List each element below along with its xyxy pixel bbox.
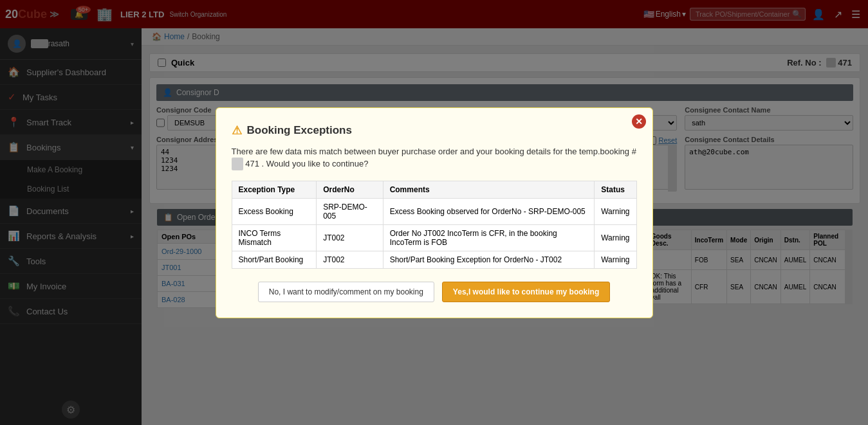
comment-cell: Short/Part Booking Exception for OrderNo… (383, 251, 595, 268)
comment-cell: Order No JT002 IncoTerm is CFR, in the b… (383, 224, 595, 251)
modal-actions: No, I want to modify/comment on my booki… (232, 282, 637, 302)
exception-type-cell: Excess Booking (232, 198, 317, 224)
modal-close-button[interactable]: ✕ (632, 114, 646, 129)
col-exception-type: Exception Type (232, 181, 317, 198)
warning-icon: ⚠ (232, 123, 242, 138)
exception-type-cell: INCO Terms Mismatch (232, 224, 317, 251)
exception-row: INCO Terms Mismatch JT002 Order No JT002… (232, 224, 636, 251)
confirm-booking-button[interactable]: Yes,I would like to continue my booking (442, 282, 610, 302)
col-comments: Comments (383, 181, 595, 198)
booking-exceptions-modal: ✕ ⚠ Booking Exceptions There are few dat… (216, 107, 653, 318)
exceptions-table: Exception Type OrderNo Comments Status E… (232, 181, 637, 269)
cancel-booking-button[interactable]: No, I want to modify/comment on my booki… (258, 282, 434, 302)
status-cell: Warning (595, 224, 636, 251)
status-cell: Warning (595, 198, 636, 224)
order-no-cell: JT002 (317, 251, 383, 268)
exception-row: Short/Part Booking JT002 Short/Part Book… (232, 251, 636, 268)
comment-cell: Excess Booking observed for OrderNo - SR… (383, 198, 595, 224)
status-cell: Warning (595, 251, 636, 268)
col-status: Status (595, 181, 636, 198)
order-no-cell: SRP-DEMO-005 (317, 198, 383, 224)
col-order-no: OrderNo (317, 181, 383, 198)
modal-description: There are few data mis match between buy… (232, 145, 637, 170)
exception-type-cell: Short/Part Booking (232, 251, 317, 268)
order-no-cell: JT002 (317, 224, 383, 251)
modal-title: ⚠ Booking Exceptions (232, 123, 637, 138)
modal-overlay: ✕ ⚠ Booking Exceptions There are few dat… (0, 0, 868, 425)
exception-row: Excess Booking SRP-DEMO-005 Excess Booki… (232, 198, 636, 224)
